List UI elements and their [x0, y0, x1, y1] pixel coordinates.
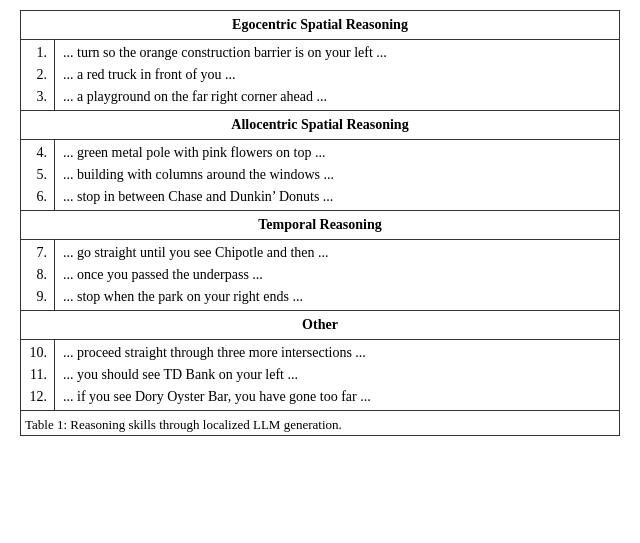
- table-row: 3.... a playground on the far right corn…: [21, 86, 619, 111]
- row-number: 9.: [21, 286, 51, 311]
- row-bar: [51, 86, 57, 111]
- row-text: ... you should see TD Bank on your left …: [57, 364, 619, 386]
- row-bar: [51, 140, 57, 165]
- row-bar: [51, 64, 57, 86]
- table-row: 10.... proceed straight through three mo…: [21, 340, 619, 365]
- row-bar: [51, 186, 57, 211]
- row-bar: [51, 240, 57, 265]
- table-row: 9.... stop when the park on your right e…: [21, 286, 619, 311]
- row-text: ... go straight until you see Chipotle a…: [57, 240, 619, 265]
- section-header-other: Other: [21, 311, 619, 340]
- row-number: 10.: [21, 340, 51, 365]
- table-row: 1.... turn so the orange construction ba…: [21, 40, 619, 65]
- table-row: 11.... you should see TD Bank on your le…: [21, 364, 619, 386]
- row-bar: [51, 386, 57, 411]
- row-bar: [51, 164, 57, 186]
- row-text: ... building with columns around the win…: [57, 164, 619, 186]
- main-table: Egocentric Spatial Reasoning1.... turn s…: [20, 10, 620, 436]
- row-text: ... a red truck in front of you ...: [57, 64, 619, 86]
- row-bar: [51, 264, 57, 286]
- row-text: ... green metal pole with pink flowers o…: [57, 140, 619, 165]
- row-text: ... stop in between Chase and Dunkin’ Do…: [57, 186, 619, 211]
- row-number: 2.: [21, 64, 51, 86]
- section-header-allocentric: Allocentric Spatial Reasoning: [21, 111, 619, 140]
- table-row: 6.... stop in between Chase and Dunkin’ …: [21, 186, 619, 211]
- table-row: 4.... green metal pole with pink flowers…: [21, 140, 619, 165]
- row-text: ... proceed straight through three more …: [57, 340, 619, 365]
- row-bar: [51, 40, 57, 65]
- row-bar: [51, 286, 57, 311]
- row-text: ... a playground on the far right corner…: [57, 86, 619, 111]
- table-row: 7.... go straight until you see Chipotle…: [21, 240, 619, 265]
- row-number: 11.: [21, 364, 51, 386]
- section-header-egocentric: Egocentric Spatial Reasoning: [21, 11, 619, 40]
- row-number: 8.: [21, 264, 51, 286]
- row-text: ... once you passed the underpass ...: [57, 264, 619, 286]
- row-number: 12.: [21, 386, 51, 411]
- table-row: 8.... once you passed the underpass ...: [21, 264, 619, 286]
- row-number: 5.: [21, 164, 51, 186]
- row-number: 6.: [21, 186, 51, 211]
- row-number: 3.: [21, 86, 51, 111]
- row-number: 4.: [21, 140, 51, 165]
- row-text: ... turn so the orange construction barr…: [57, 40, 619, 65]
- row-bar: [51, 340, 57, 365]
- table-row: 5.... building with columns around the w…: [21, 164, 619, 186]
- table-row: 12.... if you see Dory Oyster Bar, you h…: [21, 386, 619, 411]
- table-caption: Table 1: Reasoning skills through locali…: [21, 411, 619, 436]
- row-text: ... if you see Dory Oyster Bar, you have…: [57, 386, 619, 411]
- row-bar: [51, 364, 57, 386]
- row-text: ... stop when the park on your right end…: [57, 286, 619, 311]
- table-row: 2.... a red truck in front of you ...: [21, 64, 619, 86]
- section-header-temporal: Temporal Reasoning: [21, 211, 619, 240]
- row-number: 7.: [21, 240, 51, 265]
- row-number: 1.: [21, 40, 51, 65]
